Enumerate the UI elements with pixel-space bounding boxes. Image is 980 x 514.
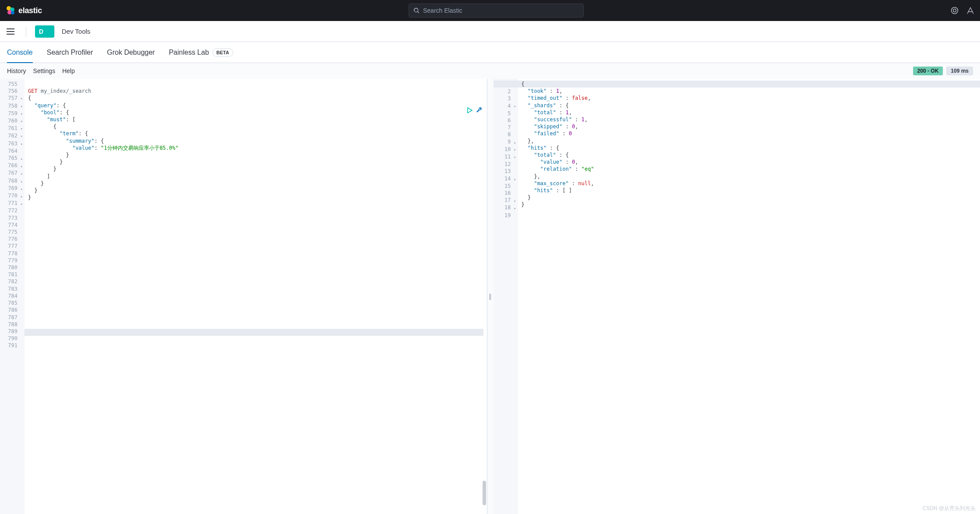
tab-painless-lab[interactable]: Painless Lab BETA [169, 42, 233, 63]
help-link[interactable]: Help [62, 67, 75, 74]
header-right [950, 6, 975, 15]
toolbar-left: History Settings Help [7, 67, 75, 74]
tabs-bar: Console Search Profiler Grok Debugger Pa… [0, 42, 980, 63]
response-viewer: { "took" : 1, "timed_out" : false, "_sha… [518, 79, 980, 514]
history-link[interactable]: History [7, 67, 26, 74]
response-pane[interactable]: 1▾234▾56789▴10▾11▾121314▴151617▴18▴19 { … [494, 79, 980, 514]
svg-point-3 [11, 11, 14, 14]
divider-handle-icon: ‖ [489, 293, 492, 300]
header-left: elastic [5, 5, 42, 16]
request-scrollbar[interactable] [483, 79, 486, 514]
svg-point-5 [953, 9, 956, 12]
response-gutter: 1▾234▾56789▴10▾11▾121314▴151617▴18▴19 [494, 79, 518, 514]
request-actions [466, 107, 483, 114]
logo-text: elastic [18, 6, 42, 15]
search-icon [413, 7, 420, 14]
pane-divider[interactable]: ‖ [487, 79, 494, 514]
breadcrumb-bar: D Dev Tools [0, 21, 980, 42]
watermark: CSDN @从秃头到光头 [922, 505, 976, 512]
request-gutter: 755756757▾758▾759▾760▾761▾762▾763▾764765… [0, 79, 24, 514]
global-search[interactable]: Search Elastic [409, 4, 584, 18]
nav-toggle-button[interactable] [5, 26, 26, 37]
settings-link[interactable]: Settings [33, 67, 56, 74]
console-toolbar: History Settings Help 200 - OK 109 ms [0, 63, 980, 79]
scrollbar-thumb[interactable] [483, 481, 486, 505]
elastic-cluster-icon [5, 5, 16, 16]
wrench-icon[interactable] [476, 107, 483, 114]
tab-grok-debugger[interactable]: Grok Debugger [107, 42, 155, 63]
request-editor[interactable]: GET my_index/_search{ "query": { "bool":… [24, 79, 487, 514]
breadcrumb-page: Dev Tools [62, 28, 91, 35]
newsfeed-icon[interactable] [950, 6, 959, 15]
search-placeholder: Search Elastic [423, 7, 462, 14]
search-wrap: Search Elastic [42, 4, 950, 18]
space-selector[interactable]: D [35, 25, 55, 38]
toolbar-right: 200 - OK 109 ms [913, 67, 973, 75]
tab-search-profiler[interactable]: Search Profiler [47, 42, 93, 63]
app-header: elastic Search Elastic [0, 0, 980, 21]
tab-console[interactable]: Console [7, 42, 33, 63]
elastic-logo[interactable]: elastic [5, 5, 42, 16]
beta-badge: BETA [213, 48, 233, 57]
tab-painless-label: Painless Lab [169, 49, 209, 56]
play-icon[interactable] [466, 107, 473, 114]
svg-point-4 [952, 7, 958, 14]
request-pane[interactable]: 755756757▾758▾759▾760▾761▾762▾763▾764765… [0, 79, 487, 514]
help-icon[interactable] [966, 6, 975, 15]
response-time-badge: 109 ms [946, 67, 973, 75]
response-status-badge: 200 - OK [913, 67, 943, 75]
editor-area: 755756757▾758▾759▾760▾761▾762▾763▾764765… [0, 79, 980, 514]
